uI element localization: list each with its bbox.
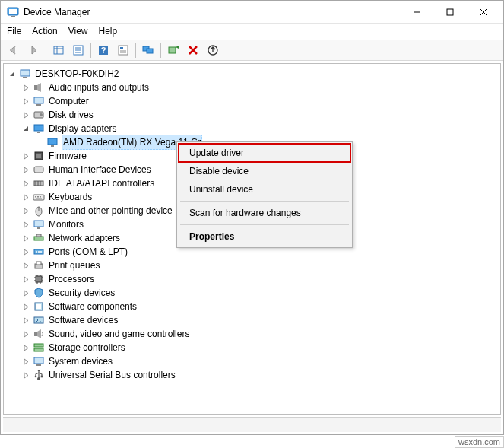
tree-root[interactable]: DESKTOP-F0KDIH2 — [5, 67, 499, 81]
monitors-button[interactable] — [139, 42, 157, 59]
node-label: Universal Serial Bus controllers — [47, 368, 177, 382]
svg-rect-59 — [36, 276, 42, 282]
svg-rect-49 — [34, 221, 43, 227]
node-label: Monitors — [47, 218, 85, 231]
gpu-icon — [46, 136, 59, 148]
collapse-icon[interactable] — [21, 123, 31, 134]
svg-point-76 — [37, 377, 40, 380]
node-label: Security devices — [47, 286, 116, 300]
context-menu-item-disable-device[interactable]: Disable device — [179, 162, 350, 180]
menu-view[interactable]: View — [68, 26, 88, 37]
svg-rect-33 — [48, 138, 57, 145]
svg-rect-73 — [34, 348, 43, 351]
tree-category-sysdev[interactable]: System devices — [5, 354, 499, 368]
statusbar — [3, 417, 501, 432]
svg-rect-27 — [34, 97, 43, 103]
expand-icon[interactable] — [21, 178, 31, 189]
svg-rect-16 — [119, 46, 128, 55]
tree-category-sound[interactable]: Sound, video and game controllers — [5, 327, 499, 341]
tree-category-audio[interactable]: Audio inputs and outputs — [5, 81, 499, 94]
properties-button[interactable] — [69, 42, 87, 59]
show-hidden-button[interactable] — [49, 42, 68, 59]
node-label: Print queues — [47, 259, 101, 272]
expand-icon[interactable] — [21, 192, 31, 202]
expand-icon[interactable] — [21, 219, 31, 230]
svg-rect-1 — [9, 9, 17, 14]
svg-rect-32 — [37, 132, 40, 133]
tree-category-swcomp[interactable]: Software components — [5, 300, 499, 313]
sound-icon — [33, 328, 45, 340]
scan-button[interactable] — [164, 42, 182, 59]
context-menu-item-uninstall-device[interactable]: Uninstall device — [179, 180, 350, 199]
svg-rect-24 — [21, 70, 30, 76]
maximize-button[interactable] — [433, 2, 467, 23]
tree-category-printq[interactable]: Print queues — [5, 259, 499, 272]
expand-icon[interactable] — [21, 315, 31, 326]
help-button[interactable]: ? — [94, 42, 113, 59]
titlebar[interactable]: Device Manager — [1, 1, 503, 24]
forward-button[interactable] — [24, 42, 43, 59]
expand-icon[interactable] — [21, 370, 31, 380]
window-controls — [400, 2, 500, 23]
expand-icon[interactable] — [21, 301, 31, 312]
context-menu-item-scan-for-hardware-changes[interactable]: Scan for hardware changes — [179, 204, 350, 222]
expand-icon[interactable] — [21, 164, 31, 175]
expand-icon[interactable] — [21, 329, 31, 339]
computer-icon — [33, 95, 45, 107]
expand-icon[interactable] — [21, 246, 31, 257]
expand-icon[interactable] — [21, 260, 31, 271]
usb-icon — [33, 369, 45, 381]
update-button[interactable] — [204, 42, 222, 59]
expand-icon[interactable] — [21, 342, 31, 353]
svg-rect-17 — [120, 47, 123, 49]
expand-icon[interactable] — [21, 356, 31, 367]
svg-text:?: ? — [101, 46, 106, 55]
minimize-button[interactable] — [400, 2, 433, 23]
tree-category-usb[interactable]: Universal Serial Bus controllers — [5, 368, 499, 382]
expand-icon[interactable] — [21, 233, 31, 243]
svg-rect-2 — [11, 16, 15, 17]
node-label: Processors — [47, 272, 96, 286]
expand-icon[interactable] — [21, 151, 31, 161]
node-label: Network adapters — [47, 231, 122, 245]
expand-icon[interactable] — [21, 110, 31, 120]
context-menu-item-properties[interactable]: Properties — [179, 227, 350, 246]
tree-category-swdev[interactable]: Software devices — [5, 313, 499, 327]
tree-category-computer[interactable]: Computer — [5, 94, 499, 108]
expand-icon[interactable] — [21, 205, 31, 216]
ide-icon — [33, 177, 45, 189]
tree-category-display[interactable]: Display adapters — [5, 122, 499, 135]
node-label: Disk drives — [47, 108, 95, 122]
node-label: Computer — [47, 94, 90, 108]
close-button[interactable] — [467, 2, 500, 23]
node-label: Human Interface Devices — [47, 163, 153, 176]
context-menu-item-update-driver[interactable]: Update driver — [179, 144, 350, 162]
expand-icon[interactable] — [21, 82, 31, 93]
back-button[interactable] — [5, 42, 23, 59]
menu-help[interactable]: Help — [99, 26, 118, 37]
expand-icon[interactable] — [21, 96, 31, 106]
svg-rect-69 — [36, 304, 41, 309]
display-icon — [33, 122, 45, 135]
expand-icon[interactable] — [21, 288, 31, 298]
svg-rect-31 — [34, 125, 43, 131]
svg-rect-44 — [37, 196, 39, 198]
expand-icon[interactable] — [21, 274, 31, 284]
tree-category-disk[interactable]: Disk drives — [5, 108, 499, 122]
audio-icon — [33, 81, 45, 94]
details-button[interactable] — [114, 42, 132, 59]
menu-file[interactable]: File — [7, 26, 21, 37]
tree-category-storage[interactable]: Storage controllers — [5, 341, 499, 354]
svg-rect-28 — [36, 104, 41, 106]
tree-category-cpu[interactable]: Processors — [5, 272, 499, 286]
svg-rect-51 — [34, 237, 43, 240]
tree-category-security[interactable]: Security devices — [5, 286, 499, 300]
svg-rect-71 — [34, 332, 37, 336]
menu-action[interactable]: Action — [32, 26, 57, 37]
svg-point-77 — [35, 376, 37, 378]
mouse-icon — [33, 205, 45, 217]
delete-button[interactable] — [184, 42, 202, 59]
svg-rect-70 — [34, 317, 43, 323]
collapse-icon[interactable] — [7, 68, 17, 79]
node-label: Ports (COM & LPT) — [47, 245, 129, 259]
